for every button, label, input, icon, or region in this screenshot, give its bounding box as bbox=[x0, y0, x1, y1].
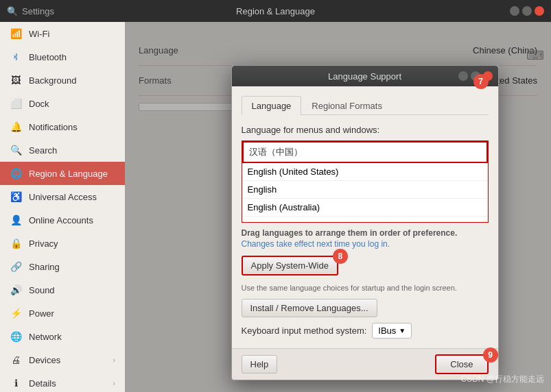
lang-item-english-us[interactable]: English (United States) bbox=[242, 163, 488, 181]
sidebar-item-network[interactable]: 🌐 Network bbox=[0, 325, 125, 348]
install-remove-languages-button[interactable]: Install / Remove Languages... bbox=[242, 299, 377, 317]
devices-icon: 🖨 bbox=[10, 354, 22, 366]
sidebar-item-online[interactable]: 👤 Online Accounts bbox=[0, 208, 125, 232]
window-title: Region & Language bbox=[236, 6, 315, 16]
sound-icon: 🔊 bbox=[10, 284, 22, 296]
sidebar-label-search: Search bbox=[29, 145, 57, 156]
dialog-title: Language Support bbox=[328, 71, 401, 82]
power-icon: ⚡ bbox=[10, 307, 22, 319]
sidebar-label-power: Power bbox=[29, 308, 54, 319]
sidebar-item-background[interactable]: 🖼 Background bbox=[0, 69, 125, 92]
sidebar: 📶 Wi-Fi Bluetooth 🖼 Background ⬜ Dock 🔔 … bbox=[0, 22, 125, 392]
sidebar-label-network: Network bbox=[29, 332, 62, 342]
sidebar-item-bluetooth[interactable]: Bluetooth bbox=[0, 45, 125, 69]
sidebar-item-details[interactable]: ℹ Details › bbox=[0, 371, 125, 392]
step8-badge: 8 bbox=[333, 249, 348, 264]
sidebar-item-notifications[interactable]: 🔔 Notifications bbox=[0, 115, 125, 138]
sidebar-item-universal[interactable]: ♿ Universal Access bbox=[0, 185, 125, 208]
sidebar-label-devices: Devices bbox=[29, 355, 60, 365]
sidebar-label-sound: Sound bbox=[29, 285, 55, 295]
drag-hint-link[interactable]: Changes take effect next time you log in… bbox=[242, 239, 489, 249]
keyboard-label: Keyboard input method system: bbox=[242, 326, 367, 336]
language-list: 汉语（中国） English (United States) English E… bbox=[242, 140, 489, 223]
step9-badge: 9 bbox=[483, 347, 498, 363]
keyboard-row: Keyboard input method system: IBus ▼ bbox=[242, 323, 489, 339]
sidebar-item-region[interactable]: 🌐 Region & Language bbox=[0, 162, 125, 185]
sidebar-label-region: Region & Language bbox=[29, 169, 108, 179]
maximize-button[interactable] bbox=[522, 6, 532, 16]
dialog-footer: Help Close 9 bbox=[232, 348, 498, 380]
sidebar-label-notifications: Notifications bbox=[29, 122, 78, 132]
details-icon: ℹ bbox=[10, 377, 22, 389]
wifi-icon: 📶 bbox=[10, 27, 22, 40]
dialog-body: Language Regional Formats 7 Language for… bbox=[232, 86, 498, 348]
sidebar-item-wifi[interactable]: 📶 Wi-Fi bbox=[0, 22, 125, 45]
dialog-tabs: Language Regional Formats 7 bbox=[242, 96, 489, 115]
title-search[interactable]: 🔍 Settings bbox=[7, 6, 54, 16]
details-arrow-icon: › bbox=[113, 379, 115, 387]
help-button[interactable]: Help bbox=[242, 355, 278, 373]
tab-language[interactable]: Language bbox=[242, 96, 302, 115]
language-support-dialog: Language Support Language Regional Forma… bbox=[231, 65, 499, 380]
universal-icon: ♿ bbox=[10, 191, 22, 203]
sidebar-item-devices[interactable]: 🖨 Devices › bbox=[0, 348, 125, 371]
devices-arrow-icon: › bbox=[113, 356, 115, 364]
bluetooth-icon bbox=[10, 51, 22, 63]
drag-hint: Drag languages to arrange them in order … bbox=[242, 228, 489, 238]
sidebar-item-sharing[interactable]: 🔗 Sharing bbox=[0, 255, 125, 278]
keyboard-select[interactable]: IBus ▼ bbox=[372, 323, 412, 339]
region-icon: 🌐 bbox=[10, 167, 22, 180]
sidebar-item-sound[interactable]: 🔊 Sound bbox=[0, 278, 125, 302]
sidebar-label-online: Online Accounts bbox=[29, 215, 93, 225]
content-area: Language Chinese (China) Formats United … bbox=[125, 22, 551, 392]
minimize-button[interactable] bbox=[510, 6, 519, 16]
lang-item-english-au[interactable]: English (Australia) bbox=[242, 199, 488, 217]
tab-regional-formats[interactable]: Regional Formats bbox=[301, 96, 392, 115]
step7-badge: 7 bbox=[473, 74, 489, 89]
online-icon: 👤 bbox=[10, 214, 22, 226]
dialog-titlebar: Language Support bbox=[232, 66, 498, 86]
privacy-icon: 🔒 bbox=[10, 237, 22, 249]
sidebar-item-search[interactable]: 🔍 Search bbox=[0, 138, 125, 162]
main-layout: 📶 Wi-Fi Bluetooth 🖼 Background ⬜ Dock 🔔 … bbox=[0, 22, 551, 392]
apply-hint: Use the same language choices for startu… bbox=[242, 284, 489, 292]
keyboard-value: IBus bbox=[378, 326, 396, 336]
sidebar-item-privacy[interactable]: 🔒 Privacy bbox=[0, 232, 125, 255]
dialog-minimize-button[interactable] bbox=[458, 71, 468, 81]
keyboard-dropdown-icon: ▼ bbox=[399, 327, 406, 334]
search-icon: 🔍 bbox=[7, 6, 18, 16]
notifications-icon: 🔔 bbox=[10, 121, 22, 133]
network-icon: 🌐 bbox=[10, 330, 22, 343]
close-button[interactable] bbox=[535, 6, 544, 16]
sidebar-label-wifi: Wi-Fi bbox=[29, 29, 49, 39]
watermark: CSDN @行稳方能走远 bbox=[460, 373, 544, 385]
sidebar-label-universal: Universal Access bbox=[29, 192, 97, 202]
dock-icon: ⬜ bbox=[10, 97, 22, 110]
app-name: Settings bbox=[22, 6, 54, 16]
sidebar-label-bluetooth: Bluetooth bbox=[29, 52, 67, 62]
sidebar-label-privacy: Privacy bbox=[29, 238, 58, 249]
sidebar-label-details: Details bbox=[29, 378, 56, 389]
close-dialog-button[interactable]: Close bbox=[435, 354, 488, 374]
sidebar-label-background: Background bbox=[29, 75, 76, 86]
section-label: Language for menus and windows: bbox=[242, 125, 489, 135]
apply-system-wide-button[interactable]: Apply System-Wide bbox=[242, 256, 338, 275]
sharing-icon: 🔗 bbox=[10, 260, 22, 273]
sidebar-item-dock[interactable]: ⬜ Dock bbox=[0, 92, 125, 115]
sidebar-label-sharing: Sharing bbox=[29, 262, 60, 272]
title-bar: 🔍 Settings Region & Language bbox=[0, 0, 551, 22]
apply-row: Apply System-Wide 8 bbox=[242, 256, 338, 275]
sidebar-label-dock: Dock bbox=[29, 99, 49, 109]
lang-item-chinese[interactable]: 汉语（中国） bbox=[242, 141, 488, 163]
lang-item-english-ca[interactable]: English (Canada) bbox=[242, 217, 488, 223]
search-sidebar-icon: 🔍 bbox=[10, 144, 22, 156]
sidebar-item-power[interactable]: ⚡ Power bbox=[0, 302, 125, 325]
window-controls bbox=[510, 6, 544, 16]
background-icon: 🖼 bbox=[10, 74, 22, 86]
lang-item-english[interactable]: English bbox=[242, 181, 488, 199]
